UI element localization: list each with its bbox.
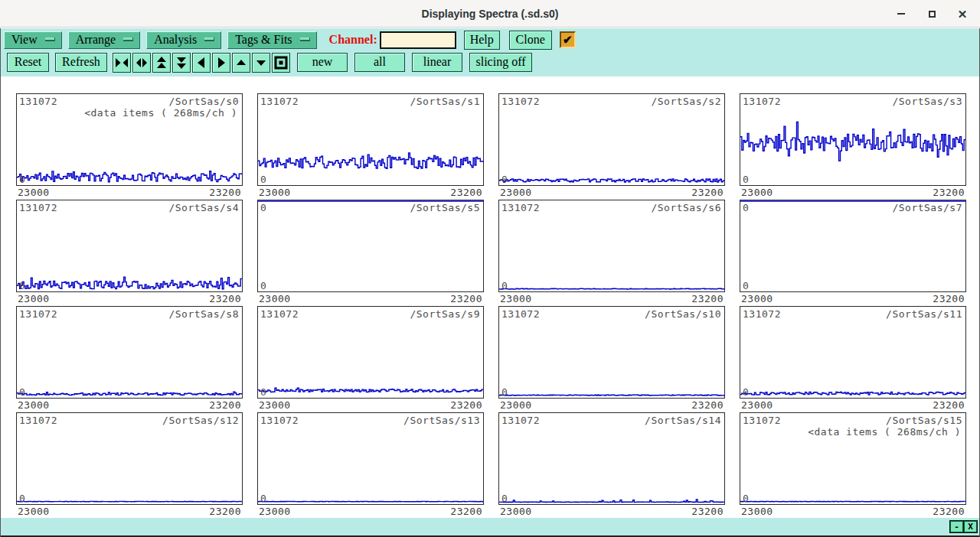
spectrum-trace xyxy=(258,200,483,291)
spectrum-panel-s15[interactable]: 131072 /SortSas/s15 <data items ( 268ms/… xyxy=(740,412,966,519)
spectrum-panel-s4[interactable]: 131072 /SortSas/s4 0 23000 23200 xyxy=(16,200,243,306)
spectrum-plotbox[interactable]: 131072 /SortSas/s8 0 xyxy=(16,306,243,399)
spectrum-name-label: /SortSas/s10 xyxy=(645,308,721,320)
x-start-label: 23000 xyxy=(741,293,773,306)
shift-up-button[interactable] xyxy=(232,53,250,73)
spectrum-plotbox[interactable]: 131072 /SortSas/s12 0 xyxy=(16,412,243,505)
x-end-label: 23200 xyxy=(933,293,965,306)
slicing-button[interactable]: slicing off xyxy=(469,53,532,72)
spectrum-plotbox[interactable]: 131072 /SortSas/s13 0 xyxy=(257,412,484,505)
spectrum-plotbox[interactable]: 131072 /SortSas/s1 0 xyxy=(257,93,484,186)
spectrum-plotbox[interactable]: 131072 /SortSas/s9 0 xyxy=(257,306,484,399)
spectrum-plotbox[interactable]: 131072 /SortSas/s0 <data items ( 268ms/c… xyxy=(16,93,243,186)
shift-down-button[interactable] xyxy=(252,53,270,73)
reset-button[interactable]: Reset xyxy=(7,53,49,72)
channel-input[interactable] xyxy=(380,31,456,49)
maximize-icon[interactable] xyxy=(922,4,942,24)
y-max-label: 131072 xyxy=(260,308,299,320)
spectrum-panel-s14[interactable]: 131072 /SortSas/s14 0 23000 23200 xyxy=(498,412,725,519)
x-end-label: 23200 xyxy=(209,506,241,519)
y-zero-label: 0 xyxy=(501,493,508,504)
y-max-label: 131072 xyxy=(743,415,781,426)
shift-left-button[interactable] xyxy=(192,53,211,73)
refresh-button[interactable]: Refresh xyxy=(55,53,107,72)
zoom-shift-icon-row xyxy=(113,53,290,73)
spectrum-panel-s12[interactable]: 131072 /SortSas/s12 0 23000 23200 xyxy=(16,412,243,519)
menu-analysis[interactable]: Analysis xyxy=(146,31,221,49)
spectrum-panel-s1[interactable]: 131072 /SortSas/s1 0 23000 23200 xyxy=(257,93,484,200)
x-axis-labels: 23000 23200 xyxy=(257,505,484,519)
spectrum-panel-s7[interactable]: 0 /SortSas/s7 0 23000 23200 xyxy=(740,200,966,306)
double-arrow-up-button[interactable] xyxy=(152,53,171,73)
spectrum-name-label: /SortSas/s8 xyxy=(168,308,239,320)
x-start-label: 23000 xyxy=(18,187,50,200)
y-max-label: 131072 xyxy=(501,96,540,107)
menu-tags-fits-label: Tags & Fits xyxy=(235,33,292,47)
spectrum-panel-s13[interactable]: 131072 /SortSas/s13 0 23000 23200 xyxy=(257,412,484,519)
x-axis-labels: 23000 23200 xyxy=(740,186,966,200)
menu-arrange[interactable]: Arrange xyxy=(68,31,140,49)
spectrum-plotbox[interactable]: 0 /SortSas/s5 0 xyxy=(257,200,484,292)
spectrum-plotbox[interactable]: 131072 /SortSas/s11 0 xyxy=(740,306,966,399)
spectrum-panel-s6[interactable]: 131072 /SortSas/s6 0 23000 23200 xyxy=(498,200,725,306)
x-axis-labels: 23000 23200 xyxy=(257,186,484,200)
spectrum-name-label: /SortSas/s4 xyxy=(168,202,239,213)
spectrum-trace xyxy=(499,307,724,398)
checkmark-icon: ✔ xyxy=(563,33,573,47)
arrow-down-icon xyxy=(254,56,268,70)
x-end-label: 23200 xyxy=(450,187,482,200)
minimize-icon[interactable] xyxy=(891,4,911,24)
spectrum-trace xyxy=(499,94,724,185)
compress-horizontal-icon xyxy=(115,56,129,70)
x-axis-labels: 23000 23200 xyxy=(257,399,484,412)
x-start-label: 23000 xyxy=(500,506,532,519)
new-button[interactable]: new xyxy=(297,53,348,72)
spectrum-plotbox[interactable]: 131072 /SortSas/s10 0 xyxy=(498,306,725,399)
help-button[interactable]: Help xyxy=(464,31,500,50)
full-view-button[interactable] xyxy=(272,53,290,73)
shift-right-button[interactable] xyxy=(212,53,230,73)
spectrum-plotbox[interactable]: 131072 /SortSas/s2 0 xyxy=(498,93,725,186)
menu-tags-fits[interactable]: Tags & Fits xyxy=(227,31,316,49)
x-axis-labels: 23000 23200 xyxy=(16,186,243,200)
spectrum-plotbox[interactable]: 131072 /SortSas/s6 0 xyxy=(498,200,725,292)
menu-view[interactable]: View xyxy=(4,31,62,49)
spectrum-plotbox[interactable]: 131072 /SortSas/s15 <data items ( 268ms/… xyxy=(740,412,966,505)
linear-button[interactable]: linear xyxy=(412,53,462,72)
x-axis-labels: 23000 23200 xyxy=(740,399,966,412)
x-axis-labels: 23000 23200 xyxy=(498,292,725,306)
y-zero-label: 0 xyxy=(743,386,749,398)
y-max-label: 131072 xyxy=(260,96,299,107)
spectrum-plotbox[interactable]: 0 /SortSas/s7 0 xyxy=(740,200,966,292)
spectrum-panel-s10[interactable]: 131072 /SortSas/s10 0 23000 23200 xyxy=(498,306,725,412)
x-end-label: 23200 xyxy=(691,293,724,306)
y-max-label: 0 xyxy=(260,202,266,213)
spectrum-panel-s3[interactable]: 131072 /SortSas/s3 0 23000 23200 xyxy=(740,93,966,200)
toolbar: Reset Refresh xyxy=(1,50,979,76)
spectrum-panel-s11[interactable]: 131072 /SortSas/s11 0 23000 23200 xyxy=(740,306,966,412)
mini-close-button[interactable]: X xyxy=(964,521,977,532)
x-end-label: 23200 xyxy=(933,187,965,200)
spectrum-panel-s5[interactable]: 0 /SortSas/s5 0 23000 23200 xyxy=(257,200,484,306)
spectrum-plotbox[interactable]: 131072 /SortSas/s14 0 xyxy=(498,412,725,505)
double-arrow-down-button[interactable] xyxy=(172,53,191,73)
y-max-label: 131072 xyxy=(19,96,57,107)
y-max-label: 131072 xyxy=(501,415,540,426)
spectrum-trace xyxy=(17,413,242,504)
spectrum-panel-s2[interactable]: 131072 /SortSas/s2 0 23000 23200 xyxy=(498,93,725,200)
all-button[interactable]: all xyxy=(354,53,405,72)
window-title: Displaying Spectra (.sd.s0) xyxy=(422,8,559,20)
spectrum-panel-s9[interactable]: 131072 /SortSas/s9 0 23000 23200 xyxy=(257,306,484,412)
expand-horizontal-button[interactable] xyxy=(132,53,151,73)
spectra-grid: 131072 /SortSas/s0 <data items ( 268ms/c… xyxy=(16,93,979,519)
x-start-label: 23000 xyxy=(259,293,291,306)
compress-horizontal-button[interactable] xyxy=(113,53,131,73)
spectrum-plotbox[interactable]: 131072 /SortSas/s3 0 xyxy=(740,93,966,186)
overlay-checkbox[interactable]: ✔ xyxy=(560,31,576,48)
close-icon[interactable]: ✕ xyxy=(952,4,972,24)
spectrum-panel-s8[interactable]: 131072 /SortSas/s8 0 23000 23200 xyxy=(16,306,243,412)
mini-minimize-button[interactable]: - xyxy=(950,521,963,532)
spectrum-panel-s0[interactable]: 131072 /SortSas/s0 <data items ( 268ms/c… xyxy=(16,93,243,200)
clone-button[interactable]: Clone xyxy=(509,31,552,50)
spectrum-plotbox[interactable]: 131072 /SortSas/s4 0 xyxy=(16,200,243,292)
